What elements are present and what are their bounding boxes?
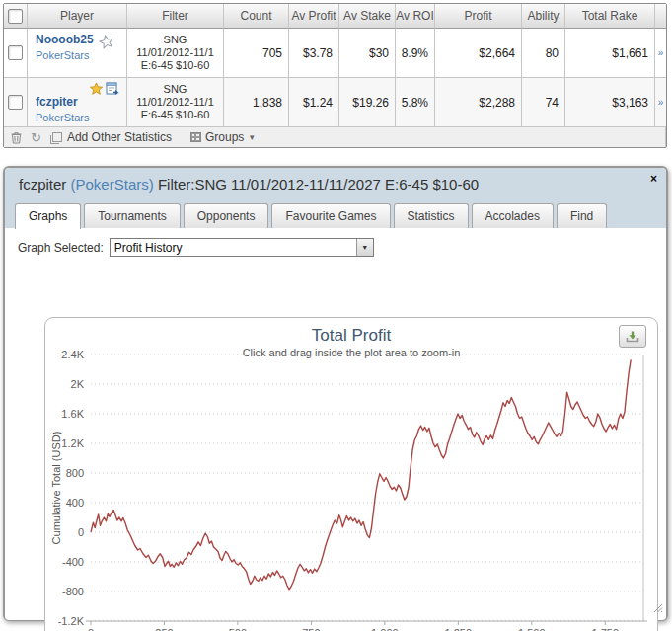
popup-titlebar: fczpiter (PokerStars) Filter:SNG 11/01/2…: [5, 168, 666, 202]
av-stake-cell: $19.26: [339, 78, 396, 127]
tab-find[interactable]: Find: [557, 203, 607, 228]
row2-checkbox[interactable]: [8, 95, 23, 110]
site-label[interactable]: PokerStars: [36, 112, 122, 123]
filter-cell: SNG 11/01/2012-11/1 E:6-45 $10-60: [127, 78, 224, 127]
y-tick-label: 1.6K: [61, 408, 84, 420]
av-profit-cell: $3.78: [289, 29, 339, 78]
x-tick-label: 750: [302, 627, 320, 631]
popup-title: fczpiter (PokerStars) Filter:SNG 11/01/2…: [19, 176, 479, 193]
select-dropdown-button[interactable]: ▼: [356, 239, 373, 256]
av-profit-cell: $1.24: [289, 78, 339, 127]
x-tick-label: 1,250: [445, 627, 473, 631]
popup-tabs: Graphs Tournaments Opponents Favourite G…: [5, 202, 666, 228]
col-header-ability[interactable]: Ability: [522, 4, 565, 29]
col-header-av-stake[interactable]: Av Stake: [339, 4, 396, 29]
col-header-av-roi[interactable]: Av ROI: [396, 4, 435, 29]
col-header-spacer: [655, 4, 666, 29]
row1-checkbox[interactable]: [8, 45, 23, 60]
export-schedule-icon[interactable]: [106, 82, 120, 99]
table-footer: ↻ Add Other Statistics Groups ▼: [4, 127, 666, 147]
tab-favourite-games[interactable]: Favourite Games: [271, 203, 390, 228]
av-roi-cell: 8.9%: [396, 29, 435, 78]
y-tick-label: 1.2K: [61, 437, 84, 449]
add-statistics-icon: [52, 132, 62, 142]
filter-cell: SNG 11/01/2012-11/1 E:6-45 $10-60: [127, 29, 224, 78]
y-tick-label: -1.2K: [58, 615, 85, 627]
y-tick-label: 2.4K: [61, 349, 84, 360]
x-tick-label: 1,000: [371, 627, 399, 631]
col-header-profit[interactable]: Profit: [435, 4, 522, 29]
col-header-player[interactable]: Player: [28, 4, 127, 29]
ability-cell: 80: [522, 29, 565, 78]
select-all-cell: [4, 4, 28, 29]
player-link[interactable]: Noooob25: [36, 33, 94, 46]
refresh-icon[interactable]: ↻: [31, 130, 41, 145]
y-tick-label: 2K: [71, 378, 85, 390]
series-profit: [91, 359, 631, 590]
row-expand-link[interactable]: »: [655, 78, 666, 127]
y-tick-label: -400: [62, 556, 84, 568]
chart-plot-area[interactable]: 2.4K2K1.6K1.2K8004000-400-800-1.2K025050…: [45, 318, 657, 631]
tab-opponents[interactable]: Opponents: [184, 203, 269, 228]
graph-selected-label: Graph Selected:: [18, 241, 104, 255]
graph-type-select[interactable]: Profit History ▼: [110, 238, 374, 257]
col-header-total-rake[interactable]: Total Rake: [565, 4, 655, 29]
count-cell: 705: [224, 29, 289, 78]
x-tick-label: 0: [88, 627, 94, 631]
ability-cell: 74: [522, 78, 565, 127]
av-stake-cell: $30: [339, 29, 396, 78]
col-header-av-profit[interactable]: Av Profit: [289, 4, 339, 29]
select-all-checkbox[interactable]: [8, 9, 23, 24]
player-link[interactable]: fczpiter: [36, 95, 78, 109]
star-outline-icon[interactable]: [99, 35, 114, 52]
x-tick-label: 1,500: [518, 627, 546, 631]
tab-accolades[interactable]: Accolades: [472, 203, 554, 228]
profit-cell: $2,288: [435, 78, 522, 127]
resize-grip-icon[interactable]: [652, 599, 663, 617]
y-tick-label: -800: [62, 586, 84, 597]
close-icon[interactable]: ×: [650, 173, 657, 185]
total-rake-cell: $1,661: [565, 29, 655, 78]
row-expand-link[interactable]: »: [655, 29, 666, 78]
total-rake-cell: $3,163: [565, 78, 655, 127]
av-roi-cell: 5.8%: [396, 78, 435, 127]
groups-icon: [190, 132, 201, 142]
x-tick-label: 250: [155, 627, 173, 631]
groups-button[interactable]: Groups ▼: [190, 130, 256, 144]
col-header-filter[interactable]: Filter: [127, 4, 224, 29]
add-other-statistics-button[interactable]: Add Other Statistics: [50, 130, 172, 144]
player-cell: fczpiter PokerStars: [28, 78, 127, 127]
player-stats-table: Player Filter Count Av Profit Av Stake A…: [3, 3, 667, 148]
chevron-down-icon: ▼: [248, 133, 256, 142]
x-tick-label: 1,750: [592, 627, 620, 631]
y-tick-label: 400: [66, 497, 84, 509]
tab-graphs[interactable]: Graphs: [15, 203, 81, 229]
col-header-count[interactable]: Count: [224, 4, 289, 29]
delete-icon[interactable]: [11, 131, 22, 144]
profit-chart[interactable]: Total Profit Click and drag inside the p…: [44, 317, 658, 631]
player-cell: Noooob25 PokerStars: [28, 29, 127, 78]
y-tick-label: 800: [66, 467, 84, 479]
popup-title-site[interactable]: (PokerStars): [71, 176, 154, 193]
player-detail-window: fczpiter (PokerStars) Filter:SNG 11/01/2…: [3, 166, 668, 621]
count-cell: 1,838: [224, 78, 289, 127]
x-tick-label: 500: [229, 627, 247, 631]
tab-tournaments[interactable]: Tournaments: [84, 203, 180, 228]
y-tick-label: 0: [78, 526, 84, 538]
star-gold-icon[interactable]: [89, 82, 104, 99]
profit-cell: $2,664: [435, 29, 522, 78]
tab-statistics[interactable]: Statistics: [394, 203, 469, 228]
